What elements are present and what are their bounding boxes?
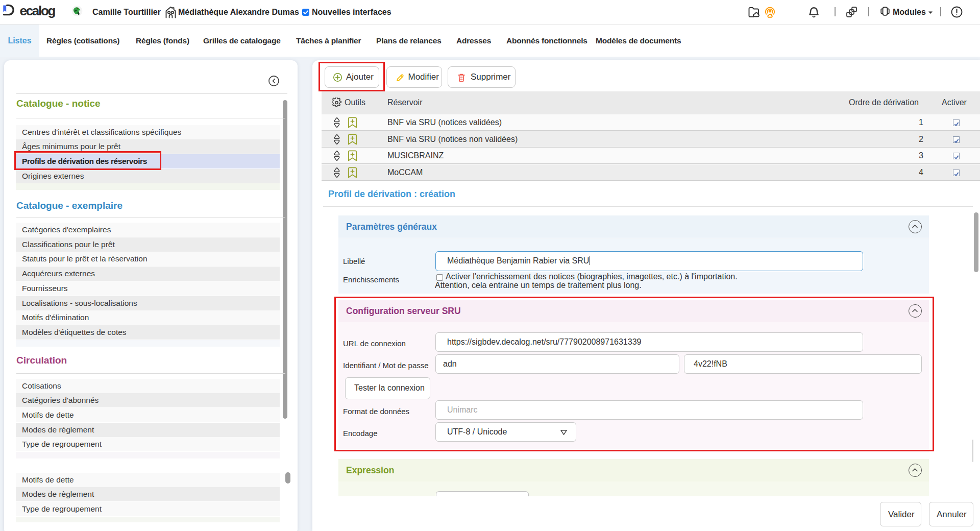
svg-text:ecalog: ecalog bbox=[20, 3, 56, 18]
